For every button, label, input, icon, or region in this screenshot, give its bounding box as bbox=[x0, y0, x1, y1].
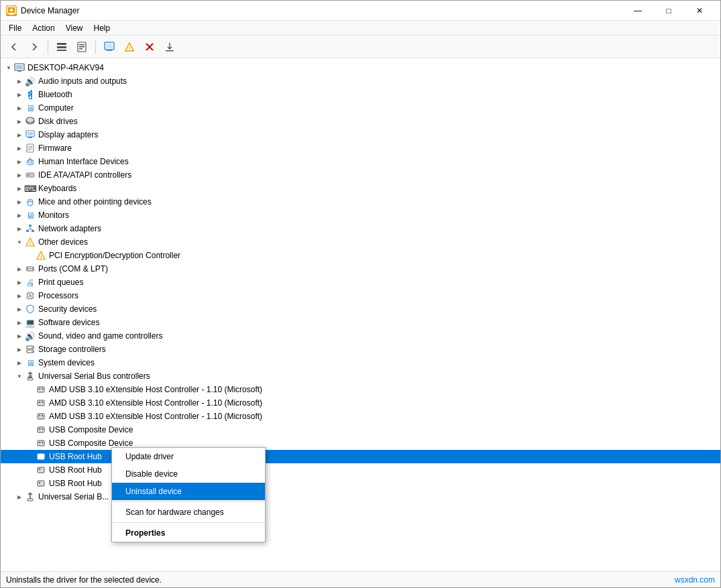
svg-rect-85 bbox=[42, 442, 43, 443]
tree-root[interactable]: DESKTOP-4RAKV94 bbox=[1, 61, 720, 74]
disk-expand[interactable] bbox=[14, 115, 25, 128]
tree-item-monitors[interactable]: 🖥 Monitors bbox=[1, 209, 720, 222]
context-separator bbox=[112, 502, 265, 502]
menu-help[interactable]: Help bbox=[89, 22, 116, 34]
tree-item-print[interactable]: 🖨 Print queues bbox=[1, 276, 720, 289]
ide-expand[interactable] bbox=[14, 168, 25, 182]
processors-expand[interactable] bbox=[14, 289, 25, 302]
menu-view[interactable]: View bbox=[60, 22, 89, 34]
menu-file[interactable]: File bbox=[3, 22, 27, 34]
tree-item-software[interactable]: 💻 Software devices bbox=[1, 316, 720, 329]
tree-item-processors[interactable]: Processors bbox=[1, 289, 720, 302]
tree-item-amd-usb-2[interactable]: AMD USB 3.10 eXtensible Host Controller … bbox=[1, 396, 720, 410]
tree-content[interactable]: DESKTOP-4RAKV94 🔊 Audio inputs and outpu… bbox=[1, 58, 720, 571]
tree-item-computer[interactable]: 🖥 Computer bbox=[1, 101, 720, 115]
tree-item-usb[interactable]: Universal Serial Bus controllers bbox=[1, 369, 720, 383]
tree-item-other[interactable]: ! Other devices bbox=[1, 235, 720, 249]
root-expand-icon[interactable] bbox=[3, 61, 14, 74]
minimize-button[interactable]: — bbox=[622, 1, 653, 21]
tree-item-usb-root-2[interactable]: USB Root Hub bbox=[1, 463, 720, 477]
tree-item-audio[interactable]: 🔊 Audio inputs and outputs bbox=[1, 74, 720, 88]
print-label: Print queues bbox=[38, 278, 83, 287]
network-expand[interactable] bbox=[14, 222, 25, 235]
back-button[interactable] bbox=[5, 38, 23, 56]
tree-item-sound[interactable]: 🔊 Sound, video and game controllers bbox=[1, 329, 720, 343]
tree-item-pci[interactable]: ! PCI Encryption/Decryption Controller bbox=[1, 249, 720, 262]
svg-text:!: ! bbox=[40, 254, 42, 260]
update-driver-button[interactable]: ! bbox=[120, 38, 139, 56]
tree-item-hid[interactable]: Human Interface Devices bbox=[1, 155, 720, 168]
tree-item-composite-1[interactable]: USB Composite Device bbox=[1, 423, 720, 436]
comp1-icon bbox=[36, 424, 46, 435]
sound-expand[interactable] bbox=[14, 329, 25, 343]
bluetooth-label: Bluetooth bbox=[38, 90, 72, 99]
system-label: System devices bbox=[38, 358, 95, 367]
restore-button[interactable]: □ bbox=[653, 1, 684, 21]
svg-point-65 bbox=[32, 351, 33, 352]
show-hide-button[interactable] bbox=[52, 38, 71, 56]
tree-item-ide[interactable]: IDE ATA/ATAPI controllers bbox=[1, 168, 720, 182]
print-expand[interactable] bbox=[14, 276, 25, 289]
display-label: Display adapters bbox=[38, 130, 98, 139]
security-expand[interactable] bbox=[14, 302, 25, 316]
tree-item-display[interactable]: Display adapters bbox=[1, 128, 720, 141]
properties-button[interactable] bbox=[72, 38, 91, 56]
root2-icon bbox=[36, 465, 46, 475]
monitors-expand[interactable] bbox=[14, 209, 25, 222]
svg-point-2 bbox=[10, 9, 13, 11]
tree-item-amd-usb-3[interactable]: AMD USB 3.10 eXtensible Host Controller … bbox=[1, 410, 720, 423]
computer-expand[interactable] bbox=[14, 101, 25, 115]
security-icon bbox=[25, 304, 36, 314]
tree-item-ports[interactable]: Ports (COM & LPT) bbox=[1, 262, 720, 276]
usb2-expand[interactable] bbox=[14, 490, 25, 504]
hid-expand[interactable] bbox=[14, 155, 25, 168]
svg-rect-53 bbox=[29, 294, 32, 297]
sound-icon: 🔊 bbox=[25, 331, 36, 341]
tree-item-keyboards[interactable]: ⌨ Keyboards bbox=[1, 182, 720, 195]
system-expand[interactable] bbox=[14, 356, 25, 369]
scan-button[interactable] bbox=[100, 38, 119, 56]
tree-item-system[interactable]: 🖥 System devices bbox=[1, 356, 720, 369]
context-update-driver[interactable]: Update driver bbox=[112, 448, 265, 465]
tree-item-disk[interactable]: Disk drives bbox=[1, 115, 720, 128]
tree-item-security[interactable]: Security devices bbox=[1, 302, 720, 316]
download-button[interactable] bbox=[160, 38, 179, 56]
ports-expand[interactable] bbox=[14, 262, 25, 276]
tree-item-usb2[interactable]: Universal Serial B... bbox=[1, 490, 720, 504]
tree-item-mice[interactable]: Mice and other pointing devices bbox=[1, 195, 720, 209]
tree-item-storage[interactable]: Storage controllers bbox=[1, 343, 720, 356]
context-properties[interactable]: Properties bbox=[112, 524, 265, 542]
tree-item-amd-usb-1[interactable]: AMD USB 3.10 eXtensible Host Controller … bbox=[1, 383, 720, 396]
tree-item-composite-2[interactable]: USB Composite Device bbox=[1, 436, 720, 450]
storage-expand[interactable] bbox=[14, 343, 25, 356]
menu-action[interactable]: Action bbox=[27, 22, 60, 34]
svg-rect-12 bbox=[107, 50, 112, 51]
context-disable-device[interactable]: Disable device bbox=[112, 465, 265, 483]
tree-item-bluetooth[interactable]: Bluetooth bbox=[1, 88, 720, 101]
firmware-expand[interactable] bbox=[14, 141, 25, 155]
svg-rect-89 bbox=[39, 469, 40, 470]
forward-button[interactable] bbox=[25, 38, 44, 56]
bluetooth-expand[interactable] bbox=[14, 88, 25, 101]
tree-item-firmware[interactable]: Firmware bbox=[1, 141, 720, 155]
tree-item-usb-root-3[interactable]: USB Root Hub bbox=[1, 477, 720, 490]
usb-expand[interactable] bbox=[14, 369, 25, 383]
svg-rect-86 bbox=[38, 454, 44, 459]
software-expand[interactable] bbox=[14, 316, 25, 329]
svg-rect-7 bbox=[79, 44, 85, 46]
processors-label: Processors bbox=[38, 291, 78, 300]
display-expand[interactable] bbox=[14, 128, 25, 141]
firmware-label: Firmware bbox=[38, 143, 72, 153]
context-scan-hardware[interactable]: Scan for hardware changes bbox=[112, 504, 265, 521]
amd2-label: AMD USB 3.10 eXtensible Host Controller … bbox=[49, 398, 262, 408]
close-button[interactable]: ✕ bbox=[684, 1, 715, 21]
audio-expand[interactable] bbox=[14, 74, 25, 88]
svg-line-43 bbox=[30, 229, 33, 230]
other-expand[interactable] bbox=[14, 235, 25, 249]
tree-item-network[interactable]: Network adapters bbox=[1, 222, 720, 235]
uninstall-button[interactable] bbox=[140, 38, 159, 56]
svg-point-30 bbox=[27, 160, 34, 165]
mice-expand[interactable] bbox=[14, 195, 25, 209]
tree-item-usb-root-1[interactable]: USB Root Hub bbox=[1, 450, 720, 463]
context-uninstall-device[interactable]: Uninstall device bbox=[112, 483, 265, 500]
